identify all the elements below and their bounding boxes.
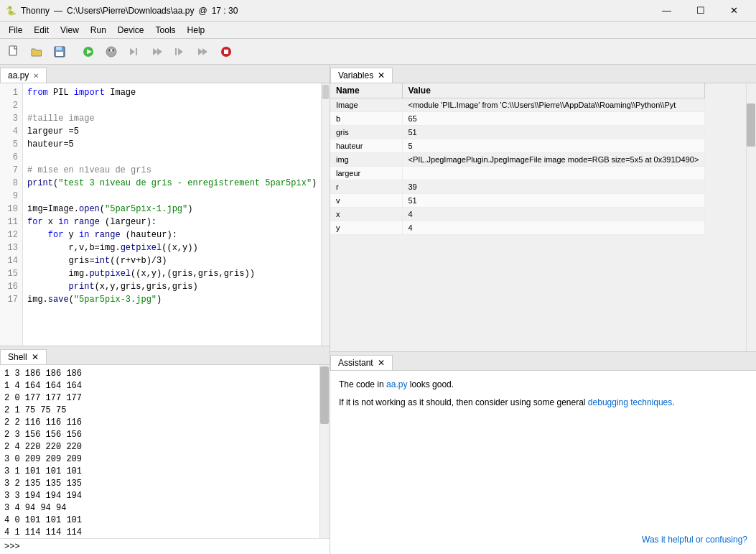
shell-prompt-bar: >>> [0, 538, 330, 554]
var-name: x [330, 208, 402, 221]
assistant-tab-close[interactable]: ✕ [378, 358, 385, 368]
var-value: <module 'PIL.Image' from 'C:\\Users\\Pie… [402, 98, 705, 112]
table-row: gris 51 [330, 126, 705, 139]
assistant-helpful-link[interactable]: Was it helpful or confusing? [642, 535, 747, 545]
svg-marker-16 [202, 48, 207, 55]
shell-scrollbar[interactable] [319, 365, 330, 538]
var-value: 65 [402, 112, 705, 126]
var-value: 5 [402, 139, 705, 153]
assistant-text1: The code in [339, 379, 386, 389]
svg-rect-2 [56, 47, 62, 50]
table-row: r 39 [330, 180, 705, 194]
editor-tab-aa-py[interactable]: aa.py ✕ [0, 68, 47, 83]
shell-tab[interactable]: Shell ✕ [0, 349, 47, 364]
code-text[interactable]: from PIL import Image #taille image larg… [23, 83, 321, 346]
editor-tab-bar: aa.py ✕ [0, 65, 330, 83]
svg-marker-9 [130, 48, 135, 55]
assistant-text-line2: If it is not working as it should, then … [339, 396, 747, 410]
assistant-text2: looks good. [407, 379, 454, 389]
shell-output: 1 3 186 186 186 1 4 164 164 164 2 0 177 … [0, 365, 319, 538]
open-file-icon [30, 45, 43, 58]
shell-panel: Shell ✕ 1 3 186 186 186 1 4 164 164 164 … [0, 346, 330, 554]
step-out-icon [174, 45, 187, 58]
var-name: img [330, 153, 402, 167]
step-into-icon [151, 45, 164, 58]
table-row: img <PIL.JpegImagePlugin.JpegImageFile i… [330, 153, 705, 167]
var-value: 4 [402, 221, 705, 235]
assistant-panel: Assistant ✕ The code in aa.py looks good… [330, 352, 756, 554]
title-time: 17 : 30 [212, 6, 238, 16]
assistant-file-link[interactable]: aa.py [386, 379, 407, 389]
table-row: hauteur 5 [330, 139, 705, 153]
var-value [402, 167, 705, 180]
menu-view[interactable]: View [55, 24, 85, 37]
run-icon [82, 45, 95, 58]
step-into-button[interactable] [146, 42, 168, 62]
debug-button[interactable] [101, 42, 122, 62]
variables-table-wrap: Name Value Image <module 'PIL.Image' fro… [330, 83, 756, 351]
resume-button[interactable] [192, 42, 214, 62]
resume-icon [197, 45, 210, 58]
helpful-link-container: Was it helpful or confusing? [339, 530, 747, 547]
minimize-button[interactable]: — [650, 0, 683, 22]
open-file-button[interactable] [26, 42, 47, 62]
editor-scrollbar[interactable] [321, 83, 330, 346]
table-row: largeur [330, 167, 705, 180]
titlebar: 🐍 Thonny — C:\Users\Pierre\Downloads\aa.… [0, 0, 756, 22]
variables-tab[interactable]: Variables ✕ [330, 68, 393, 83]
menu-run[interactable]: Run [85, 24, 112, 37]
variables-tab-close[interactable]: ✕ [378, 70, 385, 80]
close-button[interactable]: ✕ [718, 0, 750, 22]
stop-button[interactable] [215, 42, 237, 62]
menubar: File Edit View Run Device Tools Help [0, 22, 756, 39]
window-controls: — ☐ ✕ [650, 0, 750, 22]
var-value: <PIL.JpegImagePlugin.JpegImageFile image… [402, 153, 705, 167]
var-name: largeur [330, 167, 402, 180]
menu-device[interactable]: Device [112, 24, 150, 37]
assistant-tab-label: Assistant [338, 358, 373, 368]
svg-marker-12 [157, 48, 162, 55]
var-name: v [330, 194, 402, 208]
table-row: v 51 [330, 194, 705, 208]
svg-rect-0 [9, 46, 17, 55]
step-over-icon [128, 45, 141, 58]
app-icon: 🐍 [6, 6, 17, 16]
variables-tab-bar: Variables ✕ [330, 65, 756, 83]
editor-tab-label: aa.py [8, 70, 29, 80]
menu-tools[interactable]: Tools [150, 24, 182, 37]
app-title: Thonny [21, 6, 50, 16]
left-panel: aa.py ✕ 12345 678910 1112131415 1617 fro… [0, 65, 330, 554]
var-name: y [330, 221, 402, 235]
menu-help[interactable]: Help [182, 24, 211, 37]
editor-tab-close[interactable]: ✕ [33, 72, 39, 80]
variables-scrollbar[interactable] [746, 83, 756, 351]
var-value: 39 [402, 180, 705, 194]
step-out-button[interactable] [169, 42, 191, 62]
shell-tab-bar: Shell ✕ [0, 346, 330, 365]
var-value: 51 [402, 126, 705, 139]
variables-panel: Variables ✕ Name Value [330, 65, 756, 352]
assistant-tab[interactable]: Assistant ✕ [330, 355, 393, 370]
code-editor[interactable]: 12345 678910 1112131415 1617 from PIL im… [0, 83, 321, 346]
new-file-button[interactable] [3, 42, 24, 62]
var-name: gris [330, 126, 402, 139]
svg-rect-3 [56, 52, 63, 56]
assistant-tab-bar: Assistant ✕ [330, 352, 756, 371]
var-name: b [330, 112, 402, 126]
menu-edit[interactable]: Edit [28, 24, 55, 37]
assistant-debug-link[interactable]: debugging techniques [588, 397, 672, 407]
maximize-button[interactable]: ☐ [684, 0, 717, 22]
main-layout: aa.py ✕ 12345 678910 1112131415 1617 fro… [0, 65, 756, 554]
var-name: Image [330, 98, 402, 112]
file-path: C:\Users\Pierre\Downloads\aa.py [67, 6, 194, 16]
save-file-button[interactable] [49, 42, 70, 62]
menu-file[interactable]: File [3, 24, 28, 37]
svg-marker-11 [153, 48, 158, 55]
stop-icon [220, 45, 233, 58]
table-row: Image <module 'PIL.Image' from 'C:\\User… [330, 98, 705, 112]
step-over-button[interactable] [123, 42, 145, 62]
col-name-header: Name [330, 83, 402, 98]
shell-tab-close[interactable]: ✕ [32, 352, 39, 362]
run-button[interactable] [78, 42, 99, 62]
shell-prompt-symbol: >>> [4, 542, 20, 552]
